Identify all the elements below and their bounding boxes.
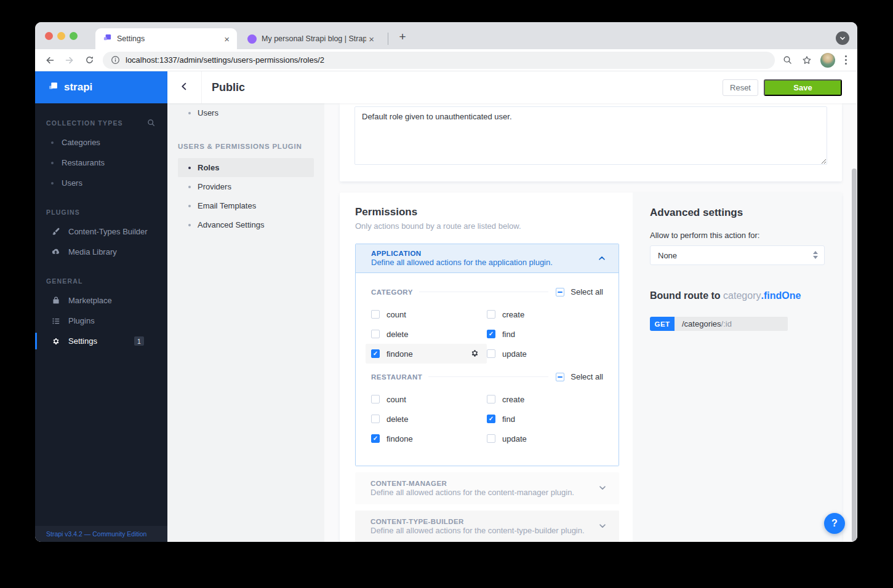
strapi-logo[interactable]: strapi (35, 71, 167, 103)
count-checkbox[interactable] (371, 395, 380, 403)
bullet-icon (188, 112, 191, 114)
tab-blog[interactable]: My personal Strapi blog | Strap × (240, 28, 382, 49)
window-controls (45, 32, 78, 40)
close-tab-icon[interactable]: × (222, 33, 232, 45)
sidebar-item-content-types-builder[interactable]: Content-Types Builder (35, 221, 167, 242)
permission-row-create: create (481, 389, 603, 409)
save-button[interactable]: Save (764, 79, 842, 96)
strapi-version-footer[interactable]: Strapi v3.4.2 — Community Edition (35, 526, 167, 542)
new-tab-button[interactable]: + (394, 29, 410, 45)
sidebar-item-settings[interactable]: Settings 1 (35, 331, 167, 351)
content-manager-accordion[interactable]: CONTENT-MANAGER Define all allowed actio… (355, 472, 619, 504)
sidebar-item-plugins[interactable]: Plugins (35, 311, 167, 331)
permission-row-create: create (481, 304, 603, 324)
permissions-column: Permissions Only actions bound by a rout… (340, 193, 633, 542)
content-type-builder-accordion[interactable]: CONTENT-TYPE-BUILDER Define all allowed … (355, 511, 619, 542)
zoom-window-button[interactable] (70, 32, 78, 40)
delete-checkbox[interactable] (371, 415, 380, 423)
group-divider (428, 376, 548, 377)
vertical-scrollbar[interactable] (852, 169, 857, 542)
gear-icon (51, 337, 60, 346)
update-checkbox[interactable] (487, 434, 495, 443)
permission-row-update: update (481, 429, 603, 448)
chevron-down-icon[interactable] (598, 522, 607, 533)
restaurant-group-header: RESTAURANT Select all (371, 372, 603, 381)
sidebar-item-label: Users (62, 178, 82, 188)
profile-avatar[interactable] (820, 53, 835, 68)
browser-window: Settings × My personal Strapi blog | Str… (35, 22, 857, 542)
group-divider (419, 292, 548, 292)
permission-label: count (386, 310, 406, 319)
permission-label: create (502, 395, 524, 404)
select-arrows-icon (813, 251, 818, 259)
sidebar-section-collection-types: COLLECTION TYPES (46, 119, 155, 127)
version-text: Strapi v3.4.2 — Community Edition (46, 530, 146, 538)
permission-row-update: update (481, 344, 603, 364)
close-tab-icon[interactable]: × (366, 33, 377, 45)
settings-badge: 1 (134, 336, 144, 346)
advanced-settings-panel: Advanced settings Allow to perform this … (633, 193, 842, 542)
permission-label: count (386, 395, 406, 404)
brush-icon (51, 228, 60, 236)
permission-label: findone (386, 434, 413, 443)
permissions-card: Permissions Only actions bound by a rout… (340, 193, 842, 542)
findone-checkbox[interactable] (371, 434, 380, 443)
select-value: None (658, 251, 677, 260)
url-bar[interactable]: localhost:1337/admin/settings/users-perm… (103, 52, 775, 69)
create-checkbox[interactable] (487, 395, 495, 403)
tab-settings[interactable]: Settings × (95, 28, 237, 49)
cloud-upload-icon (51, 247, 60, 256)
delete-checkbox[interactable] (371, 330, 380, 338)
accordion-name: CONTENT-TYPE-BUILDER (370, 518, 619, 525)
sidebar-item-restaurants[interactable]: Restaurants (35, 153, 167, 173)
bullet-icon (188, 205, 191, 207)
sidebar-section-general: GENERAL (46, 277, 155, 285)
close-window-button[interactable] (45, 32, 53, 40)
application-accordion: APPLICATION Define all allowed actions f… (355, 244, 619, 466)
section-title: COLLECTION TYPES (46, 119, 123, 127)
advanced-settings-title: Advanced settings (650, 207, 825, 219)
forward-icon[interactable] (60, 51, 79, 70)
allow-action-select[interactable]: None (650, 245, 825, 265)
bullet-icon (188, 224, 191, 226)
minimize-window-button[interactable] (57, 32, 65, 40)
reload-icon[interactable] (79, 51, 99, 70)
find-checkbox[interactable] (487, 330, 495, 338)
subnav-item-roles[interactable]: Roles (178, 158, 314, 177)
bullet-icon (51, 141, 54, 144)
back-button[interactable] (167, 71, 202, 103)
create-checkbox[interactable] (487, 310, 495, 319)
select-all-checkbox[interactable] (556, 288, 564, 296)
route-display: GET /categories/:id (650, 317, 788, 331)
browser-menu-icon[interactable] (839, 52, 852, 68)
help-button[interactable]: ? (824, 513, 845, 534)
subnav-item-label: Advanced Settings (198, 220, 264, 229)
chevron-down-icon[interactable] (598, 483, 607, 495)
permissions-subtitle: Only actions bound by a route are listed… (355, 221, 633, 231)
subnav-item-advanced-settings[interactable]: Advanced Settings (178, 215, 314, 234)
info-icon[interactable] (111, 55, 120, 65)
chevron-up-icon[interactable] (598, 254, 606, 265)
update-checkbox[interactable] (487, 349, 495, 358)
gear-icon[interactable] (470, 349, 479, 360)
find-checkbox[interactable] (487, 415, 495, 423)
sidebar-item-categories[interactable]: Categories (35, 132, 167, 153)
back-icon[interactable] (40, 51, 60, 70)
subnav-item-providers[interactable]: Providers (178, 177, 314, 196)
search-icon[interactable] (777, 51, 797, 70)
subnav-item-email-templates[interactable]: Email Templates (178, 196, 314, 215)
bookmark-star-icon[interactable] (797, 51, 817, 70)
reset-button[interactable]: Reset (723, 79, 758, 96)
sidebar-item-marketplace[interactable]: Marketplace (35, 290, 167, 311)
count-checkbox[interactable] (371, 310, 380, 319)
sidebar-item-users[interactable]: Users (35, 173, 167, 193)
select-all-checkbox[interactable] (556, 373, 564, 381)
subnav-item-users[interactable]: Users (178, 103, 314, 122)
browser-menu-chip[interactable] (836, 31, 849, 45)
application-accordion-header[interactable]: APPLICATION Define all allowed actions f… (356, 244, 619, 273)
sidebar-item-media-library[interactable]: Media Library (35, 242, 167, 262)
search-icon[interactable] (147, 119, 155, 127)
role-description-textarea[interactable]: Default role given to unauthenticated us… (354, 106, 827, 165)
findone-checkbox[interactable] (371, 349, 380, 358)
bullet-icon (51, 182, 54, 185)
